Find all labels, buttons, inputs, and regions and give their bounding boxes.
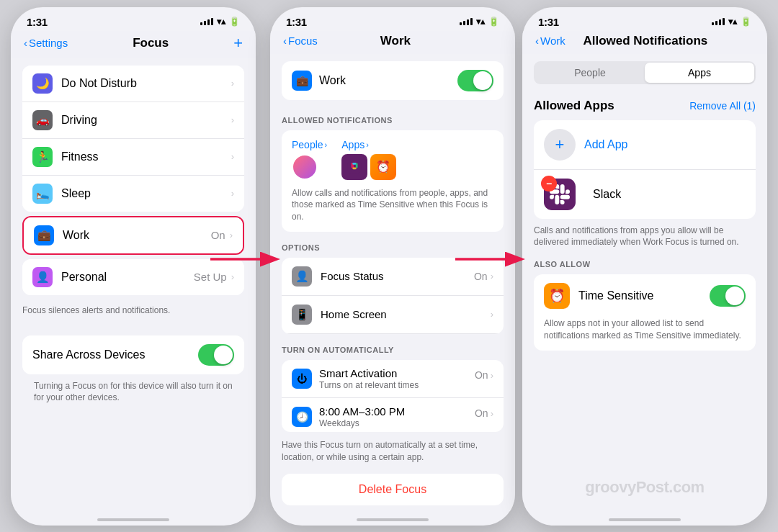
have-focus-desc: Have this Focus turn on automatically at… xyxy=(282,439,504,464)
auto-section: ⏻ Smart Activation Turns on at relevant … xyxy=(282,360,504,432)
slack-row: − Slack xyxy=(534,170,756,219)
smart-activation-title: Smart Activation xyxy=(319,367,475,379)
bar1 xyxy=(200,22,202,25)
focus-item-fitness[interactable]: 🏃 Fitness › xyxy=(22,139,244,176)
do-not-disturb-icon: 🌙 xyxy=(32,73,53,94)
work-toggle-label: Work xyxy=(319,74,346,87)
smart-activation-subtitle: Turns on at relevant times xyxy=(319,380,475,390)
time-sensitive-toggle[interactable] xyxy=(710,285,746,307)
focus-status-value: On xyxy=(474,271,488,282)
status-bar-2: 1:31 ▾▴ 🔋 xyxy=(270,7,515,31)
calls-desc: Calls and notifications from apps you al… xyxy=(534,225,756,249)
smart-activation-text: Smart Activation Turns on at relevant ti… xyxy=(319,367,475,390)
remove-all-button[interactable]: Remove All (1) xyxy=(689,100,756,112)
focus-item-sleep[interactable]: 🛌 Sleep › xyxy=(22,176,244,212)
focus-item-work-highlighted[interactable]: 💼 Work On › xyxy=(22,216,244,255)
add-app-label: Add App xyxy=(584,138,628,151)
remove-slack-button[interactable]: − xyxy=(541,176,557,191)
apps-tab[interactable]: Apps xyxy=(645,63,754,83)
focus-back-label: Focus xyxy=(288,35,318,47)
delete-focus-label: Delete Focus xyxy=(359,483,426,495)
home-indicator-1 xyxy=(11,511,256,526)
work-toggle-left: 💼 Work xyxy=(292,71,346,91)
apps-col[interactable]: Apps › xyxy=(341,139,396,180)
svg-rect-0 xyxy=(348,160,361,173)
smart-activation-item[interactable]: ⏻ Smart Activation Turns on at relevant … xyxy=(282,360,504,398)
people-tab[interactable]: People xyxy=(535,63,645,83)
slack-icon-wrapper: − xyxy=(544,179,584,210)
work-toggle-thumb xyxy=(473,71,492,90)
settings-back-button[interactable]: ‹ Settings xyxy=(24,37,68,49)
home-bar-3 xyxy=(609,518,681,521)
personal-label: Personal xyxy=(61,271,194,284)
nav-title-3: Allowed Notifications xyxy=(583,34,707,48)
notif-card: People › Apps › xyxy=(282,130,504,232)
watermark: groovyPost.com xyxy=(522,478,767,497)
driving-icon: 🚗 xyxy=(32,110,53,130)
apps-label: Apps › xyxy=(341,139,369,150)
delete-section[interactable]: Delete Focus xyxy=(282,474,504,505)
chevron-right-icon: › xyxy=(231,78,234,89)
battery-icon-3: 🔋 xyxy=(741,17,751,27)
status-icons-1: ▾▴ 🔋 xyxy=(200,17,240,27)
options-section: 👤 Focus Status On › 📱 Home Screen › 📱 Lo… xyxy=(282,258,504,334)
schedule-subtitle: Weekdays xyxy=(319,418,475,428)
share-section: Share Across Devices Turning a Focus on … xyxy=(22,335,244,405)
wifi-icon-3: ▾▴ xyxy=(728,17,737,27)
add-focus-button[interactable]: + xyxy=(233,34,243,53)
time-sensitive-card: ⏰ Time Sensitive Allow apps not in your … xyxy=(534,274,756,351)
fitness-label: Fitness xyxy=(61,150,231,163)
chevron-right-work: › xyxy=(230,230,233,240)
share-label: Share Across Devices xyxy=(32,348,146,361)
time-sensitive-row: ⏰ Time Sensitive xyxy=(534,274,756,317)
segment-control: People Apps xyxy=(534,61,756,84)
focus-back-button[interactable]: ‹ Focus xyxy=(283,35,318,47)
home-bar-2 xyxy=(357,518,429,521)
focus-item-driving[interactable]: 🚗 Driving › xyxy=(22,102,244,139)
work-row[interactable]: 💼 Work On › xyxy=(24,217,243,253)
focus-item-personal[interactable]: 👤 Personal Set Up › xyxy=(22,259,244,295)
allowed-apps-header: Allowed Apps Remove All (1) xyxy=(534,99,756,113)
plus-icon: + xyxy=(555,135,565,154)
nav-title-1: Focus xyxy=(133,36,169,50)
nav-title-2: Work xyxy=(380,34,411,48)
work-focus-toggle[interactable] xyxy=(457,70,493,91)
people-chevron: › xyxy=(325,140,328,149)
sleep-icon: 🛌 xyxy=(32,184,53,204)
apps-section: + Add App − Slack xyxy=(534,120,756,219)
bar4 xyxy=(211,18,213,25)
home-indicator-3 xyxy=(522,511,767,526)
focus-item-do-not-disturb[interactable]: 🌙 Do Not Disturb › xyxy=(22,66,244,102)
allowed-notif-label: ALLOWED NOTIFICATIONS xyxy=(282,116,504,125)
wifi-icon-2: ▾▴ xyxy=(476,17,485,27)
share-toggle[interactable] xyxy=(198,344,234,366)
focus-list: 🌙 Do Not Disturb › 🚗 Driving › 🏃 Fitness… xyxy=(11,58,256,511)
chevron-right-icon-4: › xyxy=(231,188,234,199)
home-screen-option[interactable]: 📱 Home Screen › xyxy=(282,296,504,334)
slack-app-icon xyxy=(341,154,367,180)
status-icons-2: ▾▴ 🔋 xyxy=(460,17,499,27)
work-back-label: Work xyxy=(540,35,565,47)
schedule-value: On › xyxy=(475,407,493,419)
orange-app-icon: ⏰ xyxy=(370,154,396,180)
status-bar-3: 1:31 ▾▴ 🔋 xyxy=(522,7,767,31)
work-back-button[interactable]: ‹ Work xyxy=(535,35,565,47)
focus-status-option[interactable]: 👤 Focus Status On › xyxy=(282,258,504,296)
battery-icon-2: 🔋 xyxy=(488,17,499,27)
ts-toggle-thumb xyxy=(725,287,744,305)
chevron-schedule: › xyxy=(491,408,493,419)
time-2: 1:31 xyxy=(286,16,307,28)
status-icons-3: ▾▴ 🔋 xyxy=(712,17,751,27)
people-col[interactable]: People › xyxy=(292,139,327,180)
time-1: 1:31 xyxy=(27,16,48,28)
share-across-devices-row[interactable]: Share Across Devices xyxy=(22,335,244,374)
schedule-item[interactable]: 🕗 8:00 AM–3:00 PM Weekdays On › xyxy=(282,398,504,432)
toggle-thumb xyxy=(214,346,233,364)
add-app-row[interactable]: + Add App xyxy=(534,120,756,170)
home-indicator-2 xyxy=(270,511,515,526)
nav-bar-3: ‹ Work Allowed Notifications xyxy=(522,31,767,54)
turn-on-label: TURN ON AUTOMATICALLY xyxy=(282,346,504,354)
work-screen-content: 💼 Work ALLOWED NOTIFICATIONS People › xyxy=(270,54,515,511)
schedule-title: 8:00 AM–3:00 PM xyxy=(319,405,475,418)
smart-activation-value: On › xyxy=(475,369,493,381)
